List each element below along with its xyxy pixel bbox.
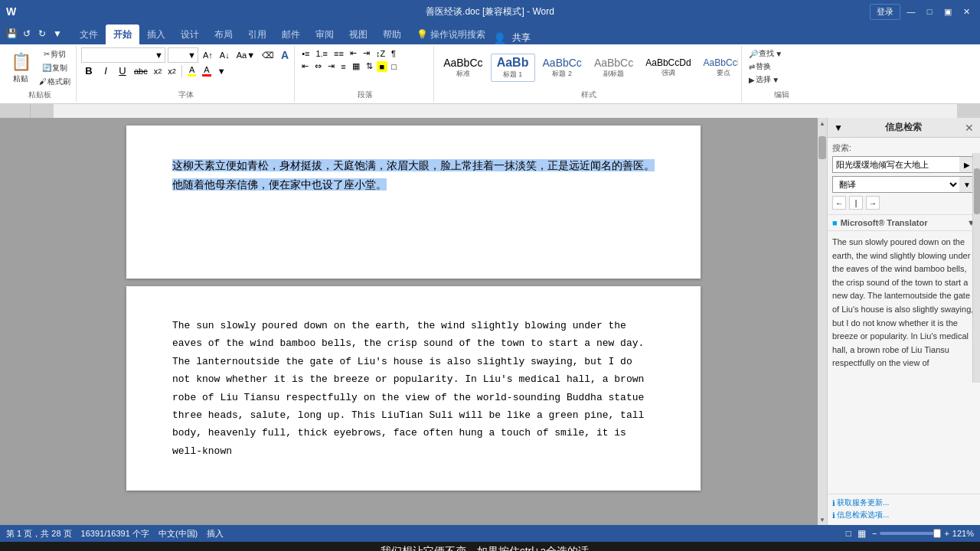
replace-button[interactable]: ⇌ 替换: [746, 60, 773, 73]
maximize-button[interactable]: ▣: [940, 4, 956, 19]
options-link-text: 信息检索选项...: [837, 510, 889, 520]
font-case-button[interactable]: Aa▼: [234, 50, 257, 60]
copy-button[interactable]: 🔄 复制: [37, 62, 73, 74]
paste-icon: 📋: [11, 52, 31, 72]
view-layout-button[interactable]: ▦: [858, 528, 866, 539]
login-button[interactable]: 登录: [870, 4, 900, 20]
paste-button[interactable]: 📋 粘贴: [6, 51, 35, 86]
select-button[interactable]: ▶ 选择 ▼: [746, 73, 782, 86]
restore-button[interactable]: □: [922, 4, 937, 19]
share-button[interactable]: 共享: [512, 31, 531, 44]
options-link[interactable]: ℹ 信息检索选项...: [832, 510, 975, 520]
search-section: 搜索: ▶ 翻译 ▼ ← | →: [828, 138, 980, 215]
border-button[interactable]: □: [389, 61, 399, 72]
panel-header: ▼ 信息检索 ✕: [828, 118, 980, 138]
tab-review[interactable]: 审阅: [308, 24, 341, 44]
decrease-font-button[interactable]: A↓: [217, 50, 232, 60]
shading-button[interactable]: ■: [377, 61, 388, 72]
number-list-button[interactable]: 1.≡: [313, 48, 330, 59]
font-label: 字体: [81, 88, 291, 100]
user-search-button[interactable]: 👤: [493, 32, 506, 44]
font-size-selector[interactable]: ▼: [168, 47, 198, 63]
style-heading2[interactable]: AaBbCc 标题 2: [538, 55, 586, 80]
font-color-dropdown[interactable]: ▼: [215, 66, 228, 77]
page-content-english: The sun slowly poured down on the earth,…: [172, 317, 655, 460]
minimize-button[interactable]: —: [903, 4, 919, 19]
font-family-selector[interactable]: ▼: [81, 47, 165, 63]
zoom-slider[interactable]: − + 121%: [872, 529, 974, 538]
show-marks-button[interactable]: ¶: [389, 48, 398, 59]
cut-button[interactable]: ✂ 剪切: [37, 48, 73, 60]
text-highlight-button[interactable]: A: [185, 64, 198, 77]
style-normal[interactable]: AaBbCc 标准: [439, 55, 487, 80]
vertical-scrollbar[interactable]: ▲ ▼: [818, 118, 827, 525]
view-normal-button[interactable]: □: [846, 528, 851, 539]
bullet-list-button[interactable]: •≡: [299, 48, 312, 59]
tab-file[interactable]: 文件: [72, 24, 106, 44]
style-emphasis[interactable]: AaBbCcDd 强调: [641, 56, 695, 80]
italic-button[interactable]: I: [98, 64, 113, 77]
tab-help[interactable]: 帮助: [375, 24, 409, 44]
subscript-button[interactable]: x2: [152, 66, 165, 77]
bold-button[interactable]: B: [81, 64, 96, 77]
scroll-thumb[interactable]: [818, 136, 826, 159]
text-effect-button[interactable]: A: [279, 48, 291, 62]
sort-button[interactable]: ↕Z: [374, 48, 387, 59]
line-spacing-button[interactable]: ⇅: [364, 60, 375, 72]
align-right-button[interactable]: ⇥: [325, 60, 337, 72]
decrease-indent-button[interactable]: ⇤: [348, 47, 359, 59]
tab-view[interactable]: 视图: [341, 24, 375, 44]
save-quick-button[interactable]: 💾: [5, 27, 18, 41]
strikethrough-button[interactable]: abc: [132, 66, 150, 77]
panel-close-button[interactable]: ✕: [965, 122, 974, 134]
find-button[interactable]: 🔎 查找 ▼: [746, 47, 785, 60]
selected-text: 这柳天素立便如青松，身材挺拔，天庭饱满，浓眉大眼，脸上常挂着一抹淡笑，正是远近闻…: [172, 159, 655, 191]
align-left-button[interactable]: ⇤: [299, 60, 311, 72]
tab-insert[interactable]: 插入: [139, 24, 173, 44]
superscript-button[interactable]: x2: [165, 66, 178, 77]
multi-list-button[interactable]: ≡≡: [332, 48, 346, 59]
align-center-button[interactable]: ⇔: [312, 60, 324, 72]
undo-quick-button[interactable]: ↺: [20, 27, 34, 41]
panel-expand-icon[interactable]: ▼: [834, 122, 843, 133]
search-input[interactable]: [833, 160, 959, 169]
nav-forward-button[interactable]: →: [866, 196, 880, 210]
tab-search[interactable]: 💡 操作说明搜索: [409, 24, 493, 44]
tab-mailings[interactable]: 邮件: [274, 24, 308, 44]
scroll-up-button[interactable]: ▲: [818, 118, 827, 129]
update-link[interactable]: ℹ 获取服务更新...: [832, 497, 975, 508]
redo-quick-button[interactable]: ↻: [35, 27, 49, 41]
tab-design[interactable]: 设计: [173, 24, 207, 44]
doc-scroll[interactable]: 这柳天素立便如青松，身材挺拔，天庭饱满，浓眉大眼，脸上常挂着一抹淡笑，正是远近闻…: [0, 118, 827, 525]
clear-format-button[interactable]: ⌫: [260, 50, 276, 61]
justify-button[interactable]: ≡: [338, 61, 348, 72]
column-button[interactable]: ▦: [350, 60, 362, 72]
tab-home[interactable]: 开始: [106, 24, 139, 44]
paragraph-group: •≡ 1.≡ ≡≡ ⇤ ⇥ ↕Z ¶ ⇤ ⇔ ⇥ ≡ ▦ ⇅ ■ □ 段落: [296, 46, 434, 102]
customize-quick-button[interactable]: ▼: [51, 27, 64, 41]
close-button[interactable]: ✕: [959, 4, 974, 19]
increase-font-button[interactable]: A↑: [201, 50, 215, 60]
format-copy-button[interactable]: 🖌 格式刷: [37, 76, 73, 88]
font-color-button[interactable]: A: [200, 64, 213, 77]
tab-layout[interactable]: 布局: [207, 24, 240, 44]
clipboard-label: 粘贴板: [6, 88, 73, 100]
subtitle-text: 我们想让它俩不变，如果按住ctrl+a全选的话，: [381, 545, 600, 551]
info-icon-2: ℹ: [832, 511, 835, 520]
tab-references[interactable]: 引用: [240, 24, 274, 44]
scroll-down-button[interactable]: ▼: [818, 514, 827, 525]
zoom-level: 121%: [952, 529, 974, 538]
right-panel: ▼ 信息检索 ✕ 搜索: ▶ 翻译 ▼ ← | → ■ M: [827, 118, 980, 525]
lightbulb-icon: 💡: [416, 29, 428, 40]
style-accent[interactable]: AaBbCcD 要点: [699, 56, 739, 80]
translate-select[interactable]: 翻译: [833, 179, 959, 190]
style-subtitle[interactable]: AaBbCc 副标题: [590, 55, 638, 80]
ribbon-panel: 📋 粘贴 ✂ 剪切 🔄 复制 🖌 格式刷 粘贴板: [0, 44, 980, 104]
style-heading1[interactable]: AaBb 标题 1: [491, 54, 535, 82]
nav-separator: |: [849, 196, 863, 210]
replace-icon: ⇌: [749, 63, 755, 71]
page-1: 这柳天素立便如青松，身材挺拔，天庭饱满，浓眉大眼，脸上常挂着一抹淡笑，正是远近闻…: [126, 126, 701, 279]
increase-indent-button[interactable]: ⇥: [361, 47, 372, 59]
underline-button[interactable]: U: [115, 64, 130, 77]
nav-back-button[interactable]: ←: [832, 196, 846, 210]
